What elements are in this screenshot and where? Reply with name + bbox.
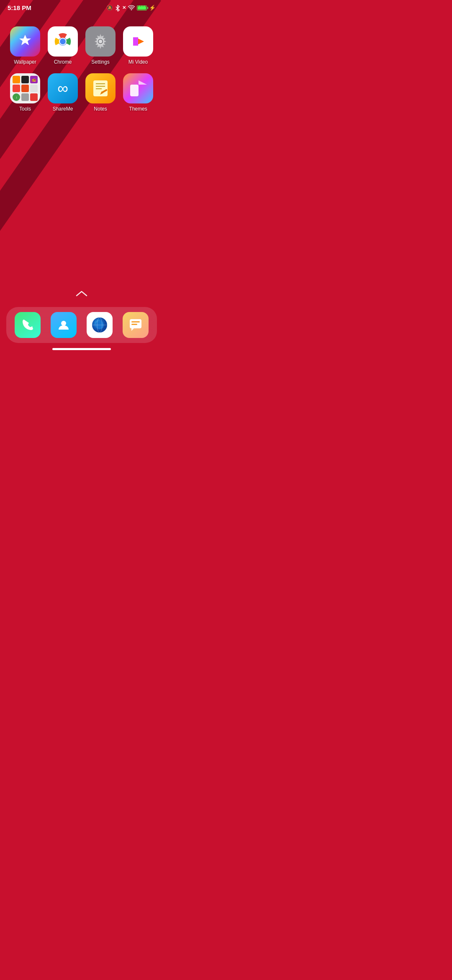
sim-error-icon: ✕ (122, 5, 126, 10)
dock (6, 307, 157, 343)
app-icon-mivideo (123, 26, 153, 57)
status-time: 5:18 PM (8, 4, 31, 11)
app-item-tools[interactable]: 📻 ↓ Tools (8, 73, 42, 112)
app-item-wallpaper[interactable]: Wallpaper (8, 26, 42, 65)
bluetooth-icon (115, 5, 120, 11)
dock-icon-contacts (51, 312, 77, 338)
svg-marker-23 (131, 328, 134, 331)
app-item-settings[interactable]: Settings (84, 26, 117, 65)
app-item-chrome[interactable]: Chrome (46, 26, 80, 65)
app-label-chrome: Chrome (54, 59, 72, 65)
app-item-themes[interactable]: Themes (121, 73, 155, 112)
app-item-mivideo[interactable]: Mi Video (121, 26, 155, 65)
svg-marker-8 (133, 37, 138, 46)
app-label-notes: Notes (94, 106, 107, 112)
dock-icon-browser (87, 312, 113, 338)
svg-rect-25 (131, 324, 137, 325)
mute-icon: 🔕 (106, 5, 113, 11)
bottom-area (0, 290, 163, 353)
app-icon-settings (85, 26, 116, 57)
dock-item-browser[interactable] (87, 312, 113, 338)
app-item-notes[interactable]: Notes (84, 73, 117, 112)
app-drawer-handle[interactable] (76, 290, 87, 299)
app-icon-chrome (48, 26, 78, 57)
dock-item-contacts[interactable] (51, 312, 77, 338)
charging-icon: ⚡ (149, 5, 156, 11)
wifi-icon (128, 5, 135, 10)
app-icon-tools: 📻 ↓ (10, 73, 40, 103)
svg-point-0 (131, 9, 132, 10)
dock-item-feedback[interactable] (123, 312, 149, 338)
app-icon-wallpaper (10, 26, 40, 57)
app-item-shareme[interactable]: ∞ ShareMe (46, 73, 80, 112)
app-label-mivideo: Mi Video (128, 59, 148, 65)
app-icon-shareme: ∞ (48, 73, 78, 103)
battery-container: 100 (137, 5, 147, 10)
svg-rect-24 (131, 321, 140, 322)
app-label-wallpaper: Wallpaper (14, 59, 36, 65)
svg-rect-15 (130, 85, 139, 96)
dock-icon-phone (15, 312, 41, 338)
dock-icon-feedback (123, 312, 149, 338)
app-icon-themes (123, 73, 153, 103)
status-icons: 🔕 ✕ 100 ⚡ (106, 5, 156, 11)
status-bar: 5:18 PM 🔕 ✕ 100 ⚡ (0, 0, 163, 14)
app-label-settings: Settings (91, 59, 109, 65)
svg-marker-16 (139, 80, 147, 85)
home-indicator (52, 348, 111, 350)
svg-point-6 (99, 40, 102, 43)
app-icon-notes (85, 73, 116, 103)
dock-item-phone[interactable] (15, 312, 41, 338)
svg-point-4 (60, 39, 66, 44)
app-grid: Wallpaper Chrome (0, 14, 163, 120)
app-label-tools: Tools (19, 106, 31, 112)
svg-point-17 (61, 321, 66, 326)
app-label-shareme: ShareMe (53, 106, 73, 112)
app-label-themes: Themes (129, 106, 147, 112)
